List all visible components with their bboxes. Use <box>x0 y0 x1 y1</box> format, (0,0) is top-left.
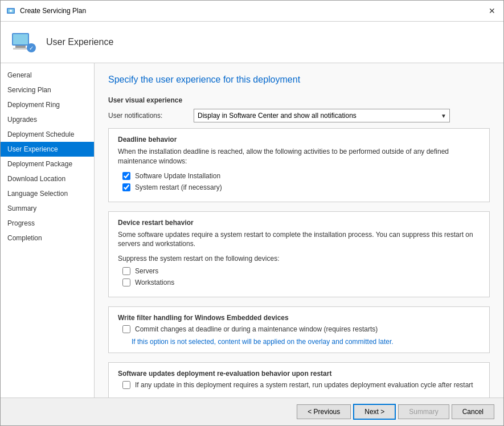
window-title: Create Servicing Plan <box>20 7 86 15</box>
page-title: Specify the user experience for this dep… <box>108 75 490 85</box>
content-area: General Servicing Plan Deployment Ring U… <box>1 63 503 398</box>
system-restart-row: System restart (if necessary) <box>122 183 480 191</box>
next-button[interactable]: Next > <box>353 404 396 420</box>
svg-rect-4 <box>13 34 28 44</box>
device-restart-section: Device restart behavior Some software up… <box>108 211 490 298</box>
write-filter-section: Write filter handling for Windows Embedd… <box>108 306 490 353</box>
sidebar-item-deployment-schedule[interactable]: Deployment Schedule <box>1 127 94 142</box>
workstations-checkbox[interactable] <box>122 278 130 286</box>
sidebar-item-upgrades[interactable]: Upgrades <box>1 112 94 127</box>
cancel-button[interactable]: Cancel <box>452 404 494 419</box>
svg-rect-5 <box>15 46 26 48</box>
notifications-dropdown[interactable]: Display in Software Center and show all … <box>194 109 450 122</box>
suppress-label: Suppress the system restart on the follo… <box>118 255 480 263</box>
header-section: ✓ User Experience <box>1 22 503 63</box>
sidebar-item-summary[interactable]: Summary <box>1 201 94 216</box>
title-bar-left: Create Servicing Plan <box>6 6 86 15</box>
device-restart-description: Some software updates require a system r… <box>118 230 480 249</box>
sidebar-item-completion[interactable]: Completion <box>1 231 94 245</box>
sidebar-item-servicing-plan[interactable]: Servicing Plan <box>1 83 94 97</box>
deadline-section: Deadline behavior When the installation … <box>108 128 490 202</box>
footer: < Previous Next > Summary Cancel <box>1 398 503 425</box>
re-eval-row: If any update in this deployment require… <box>122 381 480 389</box>
software-update-row: Software Update Installation <box>122 172 480 180</box>
sidebar-item-general[interactable]: General <box>1 68 94 83</box>
summary-button[interactable]: Summary <box>398 404 449 419</box>
device-restart-title: Device restart behavior <box>118 219 480 227</box>
header-icon: ✓ <box>10 28 37 56</box>
deadline-title: Deadline behavior <box>118 136 480 144</box>
user-visual-label: User visual experience <box>108 96 490 104</box>
svg-text:✓: ✓ <box>29 45 34 51</box>
servers-label: Servers <box>135 267 158 275</box>
write-filter-info: If this option is not selected, content … <box>132 338 480 346</box>
notifications-field-row: User notifications: Display in Software … <box>108 109 490 122</box>
title-bar: Create Servicing Plan ✕ <box>1 1 503 22</box>
system-restart-label: System restart (if necessary) <box>135 183 222 191</box>
commit-changes-row: Commit changes at deadline or during a m… <box>122 325 480 333</box>
write-filter-title: Write filter handling for Windows Embedd… <box>118 314 480 322</box>
notifications-label: User notifications: <box>108 112 194 120</box>
sidebar-item-download-location[interactable]: Download Location <box>1 171 94 186</box>
sidebar: General Servicing Plan Deployment Ring U… <box>1 63 95 398</box>
main-content: Specify the user experience for this dep… <box>95 63 503 398</box>
servers-checkbox[interactable] <box>122 267 130 275</box>
previous-button[interactable]: < Previous <box>297 404 351 419</box>
workstations-row: Workstations <box>122 278 480 286</box>
re-eval-label: If any update in this deployment require… <box>135 381 473 389</box>
main-window: Create Servicing Plan ✕ ✓ User Experienc… <box>0 0 504 426</box>
notifications-dropdown-wrapper: Display in Software Center and show all … <box>194 109 450 122</box>
re-evaluation-title: Software updates deployment re-evaluatio… <box>118 370 480 378</box>
commit-changes-label: Commit changes at deadline or during a m… <box>135 325 378 333</box>
re-evaluation-section: Software updates deployment re-evaluatio… <box>108 362 490 398</box>
software-update-checkbox[interactable] <box>122 172 130 180</box>
app-icon <box>6 6 15 15</box>
deadline-description: When the installation deadline is reache… <box>118 147 480 166</box>
sidebar-item-language-selection[interactable]: Language Selection <box>1 186 94 201</box>
commit-changes-checkbox[interactable] <box>122 325 130 333</box>
sidebar-item-deployment-ring[interactable]: Deployment Ring <box>1 97 94 112</box>
workstations-label: Workstations <box>135 278 174 286</box>
software-update-label: Software Update Installation <box>135 172 220 180</box>
header-title: User Experience <box>46 37 113 47</box>
system-restart-checkbox[interactable] <box>122 183 130 191</box>
svg-point-2 <box>10 10 12 12</box>
sidebar-item-user-experience[interactable]: User Experience <box>1 142 94 157</box>
re-eval-checkbox[interactable] <box>122 381 130 389</box>
servers-row: Servers <box>122 267 480 275</box>
close-button[interactable]: ✕ <box>486 5 498 17</box>
svg-rect-6 <box>13 48 28 50</box>
sidebar-item-deployment-package[interactable]: Deployment Package <box>1 157 94 171</box>
sidebar-item-progress[interactable]: Progress <box>1 216 94 231</box>
